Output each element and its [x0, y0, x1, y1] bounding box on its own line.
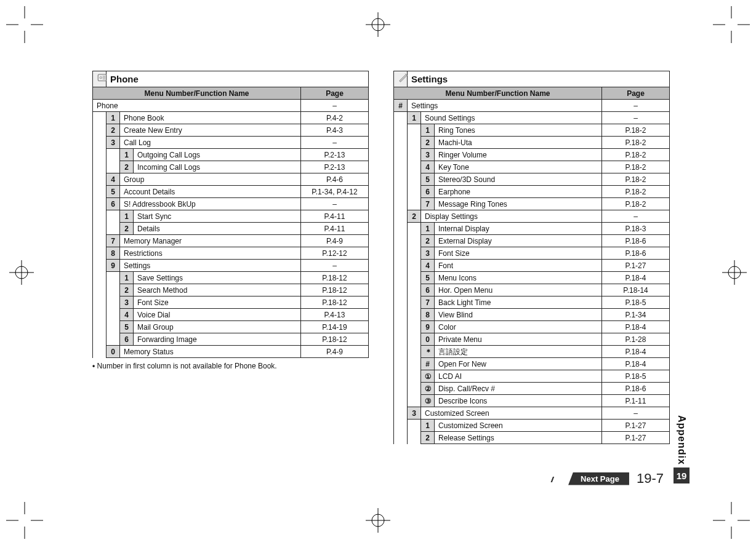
menu-name: External Display	[435, 235, 602, 247]
page-ref: P.4-6	[300, 173, 368, 186]
table-row: 4GroupP.4-6	[93, 173, 369, 186]
settings-section-icon	[394, 71, 408, 87]
menu-number: 6	[107, 198, 120, 210]
page-ref: P.4-9	[300, 346, 368, 358]
table-row: 3Customized Screen–	[394, 407, 670, 420]
menu-number: 5	[120, 321, 134, 333]
page-ref: P.18-4	[602, 321, 670, 333]
menu-name: Message Ring Tones	[435, 198, 602, 210]
menu-number: 3	[408, 407, 421, 420]
column-header-menu: Menu Number/Function Name	[394, 87, 602, 100]
menu-name: Font Size	[134, 296, 301, 309]
table-row: 1Phone BookP.4-2	[93, 112, 369, 124]
page-ref: –	[300, 100, 368, 112]
menu-number: 4	[421, 161, 435, 173]
page-ref: P.2-13	[300, 161, 368, 173]
table-row: 1Save SettingsP.18-12	[93, 272, 369, 284]
table-row: 5Stereo/3D SoundP.18-2	[394, 173, 670, 186]
menu-name: Create New Entry	[120, 124, 301, 137]
menu-name: Customized Screen	[435, 420, 602, 432]
page-ref: P.14-19	[300, 321, 368, 333]
menu-number: 2	[120, 161, 134, 173]
table-row: ①LCD AIP.18-5	[394, 370, 670, 383]
table-row: 1Start SyncP.4-11	[93, 210, 369, 223]
page-ref: –	[300, 198, 368, 210]
menu-name: Font	[435, 260, 602, 272]
menu-name: Display Settings	[421, 210, 602, 223]
menu-number: 4	[107, 173, 120, 186]
registration-mark-icon	[3, 254, 40, 291]
table-row: 1Outgoing Call LogsP.2-13	[93, 149, 369, 161]
table-row: 3Call Log–	[93, 137, 369, 149]
table-row: ②Disp. Call/Recv #P.18-6	[394, 383, 670, 395]
page-ref: P.4-11	[300, 223, 368, 235]
menu-number: #	[421, 358, 435, 370]
menu-number: 2	[421, 137, 435, 149]
menu-name: Search Method	[134, 284, 301, 296]
next-page-label: Next Page	[568, 472, 629, 485]
menu-number: 1	[120, 149, 134, 161]
table-row: 0Memory StatusP.4-9	[93, 346, 369, 358]
table-row: 6Hor. Open MenuP.18-14	[394, 284, 670, 296]
settings-menu-table: Settings Menu Number/Function Name Page …	[393, 71, 670, 444]
table-row: ＊言語設定P.18-4	[394, 346, 670, 358]
menu-name: Account Details	[120, 186, 301, 198]
table-row: 3Font SizeP.18-12	[93, 296, 369, 309]
menu-name: S! Addressbook BkUp	[120, 198, 301, 210]
menu-name: Details	[134, 223, 301, 235]
page-ref: P.18-12	[300, 272, 368, 284]
crop-mark-icon	[713, 6, 750, 43]
table-row: 4FontP.1-27	[394, 260, 670, 272]
menu-number: 1	[408, 112, 421, 124]
stripes-icon: ///	[551, 475, 552, 484]
menu-name: Menu Icons	[435, 272, 602, 284]
page-ref: P.1-28	[602, 333, 670, 346]
menu-number: 7	[421, 296, 435, 309]
menu-name: Outgoing Call Logs	[134, 149, 301, 161]
menu-number: 1	[421, 420, 435, 432]
table-row: 7Message Ring TonesP.18-2	[394, 198, 670, 210]
menu-number: 3	[120, 296, 134, 309]
menu-name: Memory Manager	[120, 235, 301, 247]
table-row: 2Incoming Call LogsP.2-13	[93, 161, 369, 173]
table-row: 1Internal DisplayP.18-3	[394, 223, 670, 235]
menu-number: ①	[421, 370, 435, 383]
menu-number: 8	[421, 309, 435, 321]
menu-number: ③	[421, 395, 435, 407]
phone-section-icon	[93, 71, 107, 87]
page-ref: P.18-14	[602, 284, 670, 296]
table-row: 6Forwarding ImageP.18-12	[93, 333, 369, 346]
crop-mark-icon	[6, 502, 43, 539]
menu-name: Memory Status	[120, 346, 301, 358]
menu-number: 3	[421, 247, 435, 260]
menu-name: Describe Icons	[435, 395, 602, 407]
menu-number: 7	[421, 198, 435, 210]
menu-number: 5	[421, 173, 435, 186]
menu-name: Group	[120, 173, 301, 186]
menu-number: 1	[120, 272, 134, 284]
menu-number: 5	[107, 186, 120, 198]
table-row: 6S! Addressbook BkUp–	[93, 198, 369, 210]
menu-name: Key Tone	[435, 161, 602, 173]
menu-number: 8	[107, 247, 120, 260]
menu-number: 0	[107, 346, 120, 358]
chapter-label: Appendix	[676, 415, 687, 465]
menu-name: 言語設定	[435, 346, 602, 358]
menu-name: Restrictions	[120, 247, 301, 260]
menu-name: Forwarding Image	[134, 333, 301, 346]
next-page-indicator: /// Next Page	[551, 474, 629, 483]
menu-name: Settings	[408, 100, 602, 112]
table-row: #Open For NewP.18-4	[394, 358, 670, 370]
svg-point-5	[100, 77, 102, 79]
menu-number: 6	[421, 284, 435, 296]
table-row: 5Menu IconsP.18-4	[394, 272, 670, 284]
page-ref: P.18-2	[602, 124, 670, 137]
page-ref: P.12-12	[300, 247, 368, 260]
table-row: 9ColorP.18-4	[394, 321, 670, 333]
menu-name: Release Settings	[435, 432, 602, 444]
page-ref: –	[300, 137, 368, 149]
column-header-menu: Menu Number/Function Name	[93, 87, 301, 100]
table-row: 1Sound Settings–	[394, 112, 670, 124]
table-row: 3Ringer VolumeP.18-2	[394, 149, 670, 161]
menu-name: Customized Screen	[421, 407, 602, 420]
